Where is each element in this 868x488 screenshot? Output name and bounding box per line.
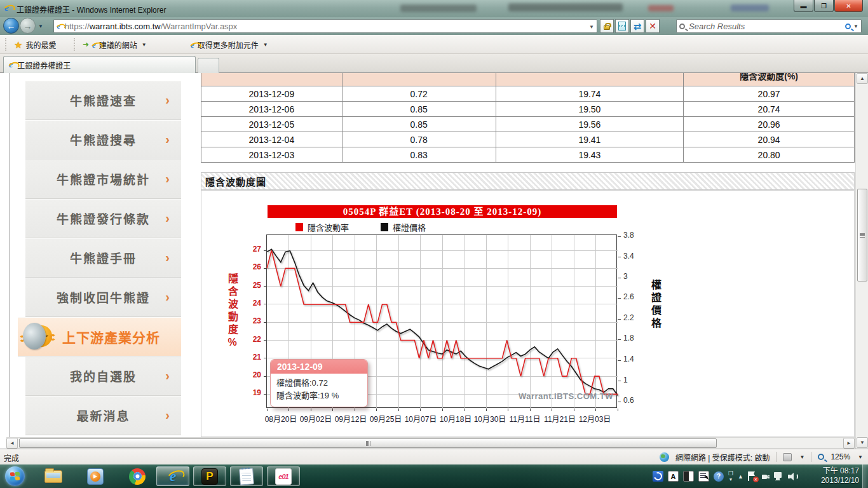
ime-fullshape-icon[interactable] — [683, 471, 694, 482]
compatibility-view-button[interactable] — [615, 19, 629, 33]
chevron-right-icon: › — [165, 250, 170, 264]
back-button[interactable]: ← — [3, 18, 19, 34]
volume-icon[interactable] — [788, 472, 798, 481]
x-axis-tick: 10月30日 — [474, 413, 506, 424]
table-cell: 2013-12-06 — [201, 102, 342, 116]
protected-mode-icon[interactable] — [783, 453, 792, 461]
zoom-icon[interactable] — [818, 454, 824, 460]
start-button[interactable] — [5, 466, 25, 486]
left-axis-title: 隱含波動度% — [224, 273, 240, 350]
sidebar-menu: 牛熊證速查›牛熊證搜尋›牛熊證市場統計›牛熊證發行條款›牛熊證手冊›強制收回牛熊… — [25, 81, 181, 435]
address-dropdown-icon[interactable]: ▼ — [589, 24, 594, 30]
power-icon[interactable] — [761, 472, 770, 481]
restore-button[interactable]: ❐ — [814, 0, 834, 12]
mascot-icon — [23, 322, 53, 352]
recent-pages-dropdown-icon[interactable]: ▼ — [38, 24, 43, 29]
tray-restore-icon[interactable]: ❐▼ — [728, 471, 733, 482]
vertical-scroll-thumb[interactable] — [857, 189, 867, 281]
sidebar-item-8[interactable]: 最新消息› — [25, 396, 181, 435]
taskbar-chrome-button[interactable] — [123, 466, 151, 486]
sidebar-item-0[interactable]: 牛熊證速查› — [25, 81, 181, 120]
tooltip-iv: 隱含波動率:19 % — [276, 390, 362, 402]
sidebar-item-2[interactable]: 牛熊證市場統計› — [25, 159, 181, 199]
taskbar-explorer-button[interactable] — [39, 466, 67, 486]
get-addons-button[interactable]: e 取得更多附加元件 ▼ — [191, 38, 268, 51]
chrome-icon — [129, 468, 146, 485]
table-header-impvol: 隱含波動度(%) — [684, 73, 854, 82]
suggested-sites-button[interactable]: ➜ e 建議的網站 ▼ — [83, 38, 147, 51]
titlebar-artifact — [648, 5, 674, 11]
action-center-icon[interactable]: ✕ — [748, 471, 756, 481]
network-icon[interactable] — [774, 472, 783, 480]
scroll-left-button[interactable]: ◄ — [6, 438, 18, 449]
search-icon — [679, 24, 685, 29]
zoom-level[interactable]: 125% — [831, 452, 850, 461]
search-box[interactable]: ▼ — [676, 19, 862, 33]
tray-help-icon[interactable]: ? — [714, 471, 724, 482]
horizontal-scrollbar[interactable]: ◄ ► — [6, 437, 855, 449]
x-axis-tick: 09月25日 — [370, 413, 402, 424]
ime-language-icon[interactable] — [653, 471, 663, 482]
new-tab-button[interactable] — [198, 58, 219, 73]
sidebar-item-6[interactable]: 上下游產業分析 — [18, 317, 181, 356]
security-lock-icon[interactable] — [600, 19, 614, 33]
scroll-down-button[interactable]: ▼ — [857, 437, 868, 448]
chevron-right-icon: › — [165, 132, 170, 146]
zoom-dropdown-icon[interactable]: ▼ — [858, 454, 863, 460]
chevron-right-icon: › — [165, 171, 170, 186]
vertical-scrollbar[interactable]: ▲ ▼ — [855, 73, 868, 449]
sidebar-item-1[interactable]: 牛熊證搜尋› — [25, 120, 181, 159]
taskbar-clock[interactable]: 下午 08:17 2013/12/10 — [821, 466, 859, 485]
taskbar-notepad-button[interactable] — [230, 466, 263, 486]
taskbar-ie-button[interactable]: e — [156, 466, 189, 486]
ie-favicon: e — [92, 41, 96, 49]
table-cell: 20.96 — [684, 117, 854, 132]
titlebar-artifact — [400, 4, 477, 12]
sidebar-item-3[interactable]: 牛熊證發行條款› — [25, 199, 181, 238]
left-axis-tick: 25 — [240, 281, 261, 290]
ime-toolbar-icon[interactable] — [698, 471, 709, 482]
sidebar-item-label: 牛熊證手冊 — [70, 249, 137, 266]
notepad-icon — [239, 468, 254, 485]
tab-warrant-king[interactable]: e 工銀證券權證王 — [3, 56, 196, 73]
p-app-icon: P — [201, 468, 218, 485]
minimize-button[interactable]: ▬ — [794, 0, 813, 12]
chevron-right-icon: › — [165, 289, 170, 304]
taskbar-mediaplayer-button[interactable]: ▶ — [81, 466, 109, 486]
sidebar-item-5[interactable]: 強制收回牛熊證› — [25, 278, 181, 317]
scroll-up-button[interactable]: ▲ — [857, 73, 868, 84]
refresh-button[interactable]: ⇄ — [630, 19, 644, 33]
scroll-right-button[interactable]: ► — [843, 438, 855, 449]
tab-favicon: e — [9, 60, 13, 69]
address-bar[interactable]: e https://warrant.ibts.com.tw/WarrantImp… — [53, 19, 597, 33]
horizontal-scroll-thumb[interactable] — [19, 438, 717, 448]
search-provider-dropdown-icon[interactable]: ▼ — [853, 24, 858, 29]
chart-container: 05054P 群益ET (2013-08-20 至 2013-12-09) 隱含… — [201, 190, 855, 437]
search-input[interactable] — [689, 22, 845, 31]
ime-mode-icon[interactable]: A — [668, 471, 679, 482]
dropdown-icon[interactable]: ▼ — [799, 454, 804, 460]
search-go-icon[interactable] — [845, 24, 851, 29]
clock-time: 下午 08:17 — [821, 466, 859, 476]
close-button[interactable]: ✕ — [834, 0, 863, 12]
taskbar-e01-button[interactable]: e01 — [267, 466, 300, 486]
sidebar-item-7[interactable]: 我的自選股› — [25, 356, 181, 396]
section-header: 隱含波動度圖 — [201, 172, 855, 190]
left-axis-tick: 26 — [240, 262, 261, 271]
sidebar-item-4[interactable]: 牛熊證手冊› — [25, 238, 181, 278]
right-axis-tick: 1 — [623, 376, 628, 384]
x-axis-tick: 11月11日 — [510, 413, 541, 424]
e01-app-icon: e01 — [275, 468, 292, 485]
stop-button[interactable]: ✕ — [646, 19, 660, 33]
chevron-right-icon: › — [165, 407, 170, 422]
forward-button[interactable]: → — [20, 18, 36, 34]
taskbar-p-app-button[interactable]: P — [193, 466, 226, 486]
table-cell: 0.85 — [342, 117, 496, 132]
show-hidden-icons-button[interactable]: ▲ — [738, 473, 743, 480]
show-desktop-button[interactable] — [862, 464, 868, 488]
table-cell: 20.74 — [684, 102, 854, 116]
left-axis-tick: 27 — [240, 245, 261, 254]
left-axis-tick: 23 — [240, 316, 261, 325]
table-cell: 19.43 — [496, 147, 684, 162]
favorites-button[interactable]: ★ 我的最愛 — [14, 38, 56, 51]
